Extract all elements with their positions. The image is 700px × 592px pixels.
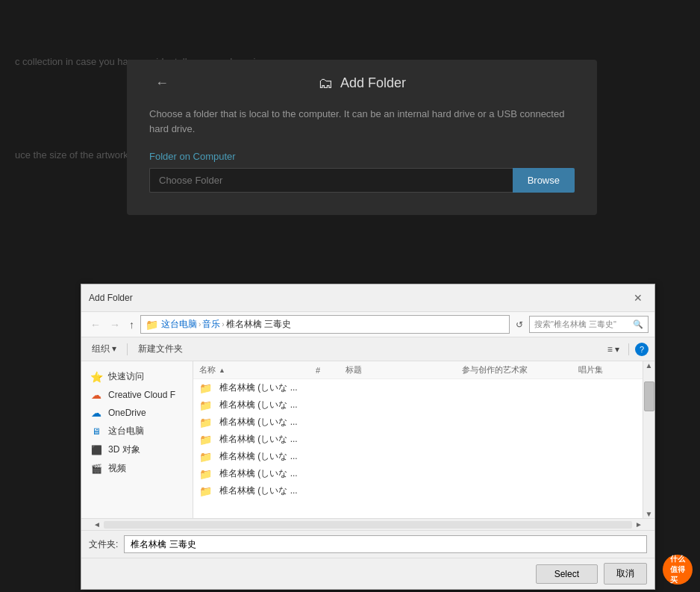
organize-button[interactable]: 组织 ▾: [87, 341, 121, 357]
nav-label-onedrive: OneDrive: [108, 408, 146, 418]
folder-icon: 📁: [199, 382, 212, 394]
up-nav-button[interactable]: ↑: [126, 317, 137, 332]
dialog-title-text: Add Folder: [340, 75, 406, 91]
nav-label-3dobjects: 3D 对象: [108, 443, 140, 456]
crumb-computer: 这台电脑: [161, 318, 197, 331]
separator-1: [127, 343, 128, 355]
new-folder-button[interactable]: 新建文件夹: [134, 341, 187, 357]
nav-item-videos[interactable]: 🎬 视频: [81, 459, 193, 478]
file-list-header: 名称 ▲ # 标题 参与创作的艺术家 唱片集: [193, 361, 643, 379]
nav-item-creativecloud[interactable]: ☁ Creative Cloud F: [81, 386, 193, 404]
file-dialog-titlebar: Add Folder ✕: [81, 284, 654, 312]
dialog-title: 🗂 Add Folder: [318, 75, 406, 92]
creativecloud-icon: ☁: [90, 389, 102, 401]
column-hash: #: [316, 366, 346, 375]
nav-item-3dobjects[interactable]: ⬛ 3D 对象: [81, 440, 193, 459]
view-button[interactable]: ≡ ▾: [604, 343, 622, 356]
nav-label-creativecloud: Creative Cloud F: [108, 390, 175, 400]
dialog-description: Choose a folder that is local to the com…: [149, 107, 575, 136]
file-dialog: Add Folder ✕ ← → ↑ 📁 这台电脑 › 音乐 › 椎名林檎 三毒…: [81, 284, 655, 590]
crumb-music: 音乐: [202, 318, 220, 331]
folder-icon: 📁: [199, 451, 212, 463]
folder-icon: 📁: [199, 468, 212, 480]
refresh-button[interactable]: ↺: [513, 318, 526, 331]
crumb-current: 椎名林檎 三毒史: [226, 318, 291, 331]
nav-label-quickaccess: 快速访问: [108, 370, 144, 383]
folder-icon-title: 🗂: [318, 75, 333, 92]
file-dialog-body: ⭐ 快速访问 ☁ Creative Cloud F ☁ OneDrive 🖥 这…: [81, 361, 654, 518]
filename-label: 文件夹:: [89, 538, 118, 551]
column-album: 唱片集: [578, 364, 637, 376]
back-nav-button[interactable]: ←: [87, 317, 104, 332]
nav-label-thispc: 这台电脑: [108, 425, 144, 437]
video-icon: 🎬: [90, 463, 102, 475]
list-item[interactable]: 📁椎名林檎 (しいな ...: [193, 379, 643, 396]
horizontal-scrollbar[interactable]: ◄ ►: [81, 518, 654, 530]
folder-input-row: Browse: [149, 168, 575, 193]
add-folder-dialog: ← 🗂 Add Folder Choose a folder that is l…: [127, 60, 597, 215]
file-dialog-nav-toolbar: ← → ↑ 📁 这台电脑 › 音乐 › 椎名林檎 三毒史 ↺ 搜索"椎名林檎 三…: [81, 312, 654, 337]
search-icon: 🔍: [633, 320, 643, 329]
watermark-logo: 什么值得买: [663, 555, 693, 585]
help-button[interactable]: ?: [635, 343, 649, 356]
nav-panel: ⭐ 快速访问 ☁ Creative Cloud F ☁ OneDrive 🖥 这…: [81, 361, 193, 518]
forward-nav-button[interactable]: →: [107, 317, 123, 332]
list-item[interactable]: 📁椎名林檎 (しいな ...: [193, 465, 643, 482]
address-bar[interactable]: 📁 这台电脑 › 音乐 › 椎名林檎 三毒史: [140, 315, 510, 334]
cancel-button[interactable]: 取消: [604, 563, 647, 585]
sort-arrow-icon: ▲: [219, 367, 225, 374]
list-item[interactable]: 📁椎名林檎 (しいな ...: [193, 431, 643, 448]
action-bar: 组织 ▾ 新建文件夹 ≡ ▾ ?: [81, 337, 654, 361]
folder-icon: 📁: [199, 434, 212, 446]
separator-2: [628, 343, 629, 355]
folder-on-computer-label: Folder on Computer: [149, 151, 575, 162]
onedrive-icon: ☁: [90, 407, 102, 419]
folder-icon: 📁: [199, 399, 212, 411]
dialog-header: ← 🗂 Add Folder: [149, 75, 575, 92]
list-item[interactable]: 📁椎名林檎 (しいな ...: [193, 414, 643, 431]
nav-item-onedrive[interactable]: ☁ OneDrive: [81, 404, 193, 422]
file-area: 名称 ▲ # 标题 参与创作的艺术家 唱片集 📁椎名林檎 (しいな ... 📁椎…: [193, 361, 643, 518]
column-artist: 参与创作的艺术家: [462, 364, 578, 376]
select-button[interactable]: Select: [536, 564, 598, 584]
nav-item-quickaccess[interactable]: ⭐ 快速访问: [81, 367, 193, 386]
folder-icon: 📁: [199, 485, 212, 497]
search-placeholder-text: 搜索"椎名林檎 三毒史": [534, 319, 616, 330]
h-scroll-track[interactable]: [104, 521, 632, 529]
watermark: 什么值得买: [663, 555, 693, 585]
search-bar[interactable]: 搜索"椎名林檎 三毒史" 🔍: [529, 316, 649, 333]
close-button[interactable]: ✕: [629, 290, 647, 305]
vertical-scrollbar[interactable]: ▲ ▼: [643, 361, 654, 518]
dialog-action-bar: Select 取消: [81, 558, 654, 589]
filename-input[interactable]: [124, 535, 647, 553]
nav-item-thispc[interactable]: 🖥 这台电脑: [81, 422, 193, 440]
list-item[interactable]: 📁椎名林檎 (しいな ...: [193, 396, 643, 414]
list-item[interactable]: 📁椎名林檎 (しいな ...: [193, 448, 643, 465]
dialog-back-button[interactable]: ←: [149, 72, 175, 94]
3dobjects-icon: ⬛: [90, 444, 102, 456]
file-dialog-title: Add Folder: [89, 293, 133, 303]
v-scroll-thumb[interactable]: [644, 381, 654, 411]
folder-icon: 📁: [199, 417, 212, 429]
browse-button[interactable]: Browse: [513, 168, 575, 193]
nav-label-videos: 视频: [108, 462, 126, 475]
pc-icon: 🖥: [90, 426, 102, 437]
choose-folder-input[interactable]: [149, 168, 513, 193]
column-name[interactable]: 名称 ▲: [199, 364, 316, 376]
filename-bar: 文件夹:: [81, 530, 654, 558]
breadcrumb: 这台电脑 › 音乐 › 椎名林檎 三毒史: [161, 318, 291, 331]
list-item[interactable]: 📁椎名林檎 (しいな ...: [193, 482, 643, 499]
star-icon: ⭐: [90, 371, 102, 383]
column-title: 标题: [346, 364, 462, 376]
